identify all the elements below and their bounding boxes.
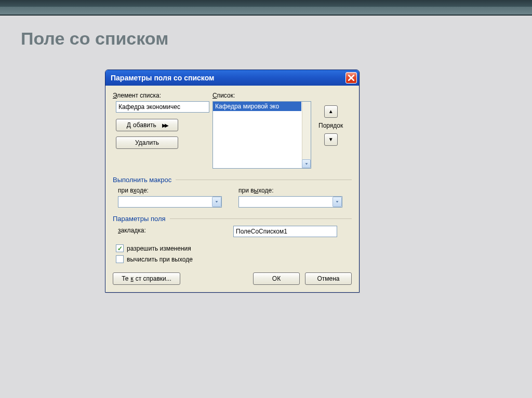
ok-button[interactable]: ОК [253, 272, 300, 285]
list-label: Список: [212, 92, 311, 99]
allow-changes-label: разрешить изменения [127, 245, 191, 252]
bookmark-input[interactable] [233, 226, 337, 237]
macro-entry-label: при входе: [118, 187, 227, 194]
element-label: Элемент списка: [113, 92, 209, 99]
list-item[interactable]: Кафедра мировой эко [213, 102, 301, 111]
macro-entry-combo[interactable] [118, 196, 222, 208]
dialog-combobox-params: Параметры поля со списком Элемент списка… [105, 70, 360, 293]
page-title: Поле со списком [21, 29, 532, 49]
macro-exit-label: при выходе: [238, 187, 348, 194]
allow-changes-checkbox[interactable] [116, 244, 124, 252]
dialog-title: Параметры поля со списком [111, 74, 214, 82]
delete-button[interactable]: Удалить [116, 136, 178, 149]
top-stripe [0, 0, 532, 16]
arrow-down-icon: ▼ [328, 137, 334, 142]
macro-exit-input[interactable] [238, 196, 342, 208]
titlebar[interactable]: Параметры поля со списком [105, 70, 359, 86]
help-text-button[interactable]: Текст справки... [113, 272, 180, 285]
dropdown-button[interactable] [212, 197, 221, 207]
forward-icon: ▶▶ [162, 122, 167, 128]
add-button[interactable]: Добавить ▶▶ [116, 119, 178, 131]
listbox[interactable]: Кафедра мировой эко [212, 101, 311, 169]
move-up-button[interactable]: ▲ [324, 105, 338, 118]
chevron-down-icon [335, 200, 339, 204]
macro-exit-combo[interactable] [238, 196, 342, 208]
element-input[interactable] [116, 101, 209, 113]
macro-entry-input[interactable] [118, 196, 222, 208]
scrollbar-vertical[interactable] [302, 102, 311, 168]
arrow-up-icon: ▲ [328, 109, 334, 114]
calc-on-exit-label: вычислить при выходе [127, 256, 193, 263]
order-label: Порядок [318, 122, 343, 129]
close-icon [348, 75, 354, 81]
cancel-button[interactable]: Отмена [305, 272, 352, 285]
scrollbar-down-icon[interactable] [302, 159, 311, 168]
calc-on-exit-checkbox[interactable] [116, 255, 124, 263]
chevron-down-icon [215, 200, 219, 204]
group-macro: Выполнить макрос [113, 176, 352, 184]
group-params: Параметры поля [113, 215, 352, 223]
close-button[interactable] [345, 72, 357, 84]
move-down-button[interactable]: ▼ [324, 133, 338, 146]
bookmark-label: закладка: [118, 227, 230, 234]
dropdown-button[interactable] [332, 197, 342, 207]
